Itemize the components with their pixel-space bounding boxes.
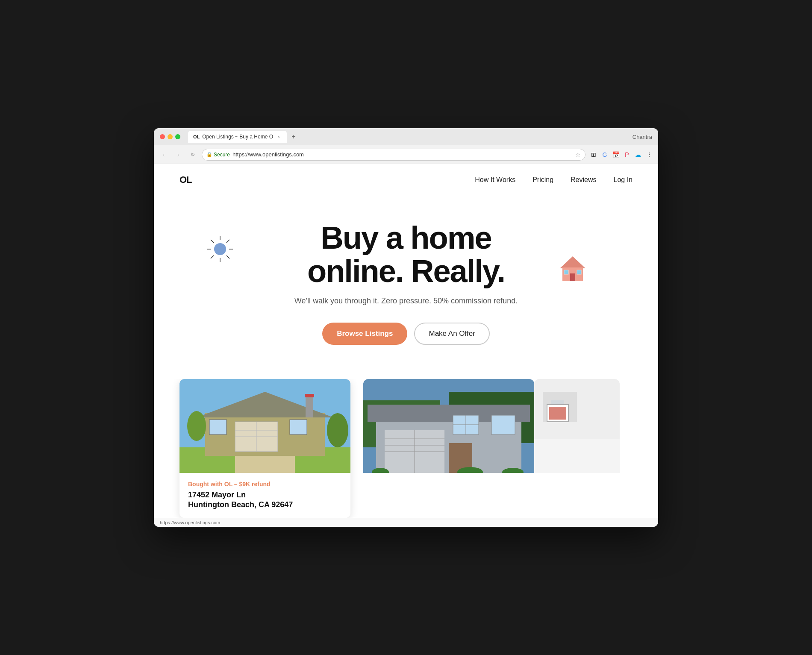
bookmark-star-icon[interactable]: ☆ (575, 151, 581, 158)
listings-section: Bought with OL – $9K refund 17452 Mayor … (154, 379, 658, 518)
salesforce-icon[interactable]: ☁ (633, 150, 643, 159)
browse-listings-button[interactable]: Browse Listings (322, 323, 407, 345)
minimize-traffic-light[interactable] (168, 134, 173, 139)
listing-card-1-info: Bought with OL – $9K refund 17452 Mayor … (179, 473, 350, 518)
hero-subtitle: We'll walk you through it. Zero pressure… (171, 297, 641, 305)
hero-buttons: Browse Listings Make An Offer (171, 323, 641, 345)
make-offer-button[interactable]: Make An Offer (414, 323, 489, 345)
user-profile-name: Chantra (633, 134, 652, 140)
maximize-traffic-light[interactable] (175, 134, 180, 139)
secure-badge: 🔒 Secure (206, 152, 230, 158)
tab-bar: OL Open Listings ~ Buy a Home O × + (188, 131, 299, 143)
pinterest-icon[interactable]: P (622, 150, 632, 159)
site-navigation: OL How It Works Pricing Reviews Log In (154, 164, 658, 196)
house-decoration (556, 251, 590, 285)
svg-rect-13 (577, 270, 581, 274)
svg-line-6 (227, 240, 229, 243)
house-photo-3-svg (534, 379, 620, 473)
google-icon[interactable]: G (600, 150, 609, 159)
hero-title-line1: Buy a home (321, 220, 491, 256)
extensions-icon[interactable]: ⊞ (589, 150, 598, 159)
tab-title: Open Listings ~ Buy a Home O (202, 134, 273, 140)
listing-card-1[interactable]: Bought with OL – $9K refund 17452 Mayor … (179, 379, 350, 518)
new-tab-button[interactable]: + (288, 132, 299, 142)
toolbar-icons: ⊞ G 📅 P ☁ ⋮ (589, 150, 654, 159)
nav-links: How It Works Pricing Reviews Log In (475, 176, 633, 184)
svg-rect-12 (564, 270, 568, 274)
svg-rect-42 (491, 415, 515, 435)
tab-favicon: OL (193, 134, 200, 139)
tab-close-btn[interactable]: × (276, 134, 282, 140)
active-tab[interactable]: OL Open Listings ~ Buy a Home O × (188, 131, 287, 143)
refresh-button[interactable]: ↻ (187, 149, 198, 160)
nav-pricing[interactable]: Pricing (533, 176, 553, 184)
status-url: https://www.openlistings.com (160, 520, 220, 525)
status-bar: https://www.openlistings.com (154, 518, 658, 527)
traffic-lights (160, 134, 180, 139)
svg-rect-24 (290, 420, 307, 435)
nav-login[interactable]: Log In (614, 176, 633, 184)
lock-icon: 🔒 (206, 152, 212, 157)
url-bar[interactable]: 🔒 Secure https://www.openlistings.com ☆ (202, 149, 585, 161)
svg-line-4 (211, 240, 214, 243)
hero-section: Buy a home online. Really. We'll walk yo… (154, 196, 658, 379)
sun-decoration (205, 234, 235, 264)
listing-card-3[interactable] (534, 379, 620, 518)
url-text: https://www.openlistings.com (232, 151, 304, 158)
svg-rect-28 (305, 394, 314, 397)
svg-rect-52 (534, 439, 620, 473)
svg-line-7 (211, 256, 214, 258)
house-photo-1-svg (179, 379, 350, 473)
svg-point-27 (187, 411, 206, 441)
hero-title-line2: online. Really. (307, 253, 505, 289)
svg-rect-51 (549, 407, 566, 420)
svg-rect-23 (209, 420, 227, 435)
forward-button[interactable]: › (173, 149, 184, 160)
svg-line-5 (227, 256, 229, 258)
svg-rect-11 (570, 273, 575, 281)
site-logo[interactable]: OL (179, 174, 192, 185)
secure-label: Secure (214, 152, 230, 158)
svg-point-26 (327, 413, 348, 447)
svg-rect-25 (306, 396, 313, 417)
more-options-icon[interactable]: ⋮ (644, 150, 654, 159)
nav-reviews[interactable]: Reviews (571, 176, 596, 184)
close-traffic-light[interactable] (160, 134, 165, 139)
title-bar: OL Open Listings ~ Buy a Home O × + Chan… (154, 128, 658, 145)
nav-how-it-works[interactable]: How It Works (475, 176, 515, 184)
listing-1-refund: Bought with OL – $9K refund (188, 481, 342, 488)
calendar-icon[interactable]: 📅 (611, 150, 621, 159)
listing-1-address: 17452 Mayor Ln Huntington Beach, CA 9264… (188, 490, 342, 510)
listing-card-2[interactable] (363, 379, 534, 518)
listing-card-1-image (179, 379, 350, 473)
house-photo-2-svg (363, 379, 534, 473)
website-content: OL How It Works Pricing Reviews Log In (154, 164, 658, 517)
browser-window: OL Open Listings ~ Buy a Home O × + Chan… (154, 128, 658, 526)
address-bar-row: ‹ › ↻ 🔒 Secure https://www.openlistings.… (154, 145, 658, 164)
back-button[interactable]: ‹ (158, 149, 169, 160)
svg-point-8 (214, 243, 226, 255)
svg-marker-9 (560, 256, 585, 268)
